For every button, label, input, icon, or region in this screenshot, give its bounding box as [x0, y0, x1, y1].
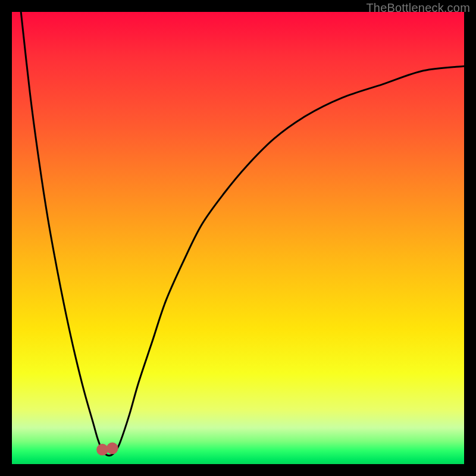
min-marker-right [107, 443, 118, 455]
chart-frame: TheBottleneck.com [0, 0, 476, 476]
bottleneck-curve-line [21, 12, 464, 456]
curve-svg [12, 12, 464, 464]
min-marker-left [96, 444, 108, 456]
plot-area [12, 12, 464, 464]
